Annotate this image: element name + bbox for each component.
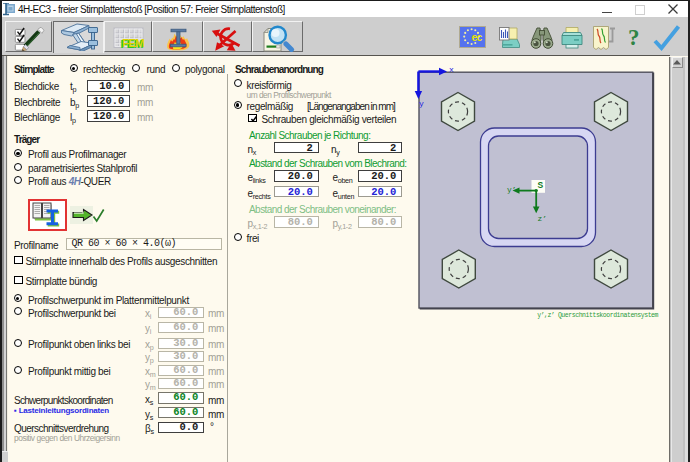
- svg-text:ec: ec: [471, 33, 482, 44]
- svg-text:z’: z’: [538, 215, 547, 223]
- svg-text:y’: y’: [507, 186, 516, 194]
- svg-text:y: y: [419, 99, 424, 108]
- svg-text:S: S: [538, 180, 544, 190]
- svg-text:x: x: [449, 65, 454, 74]
